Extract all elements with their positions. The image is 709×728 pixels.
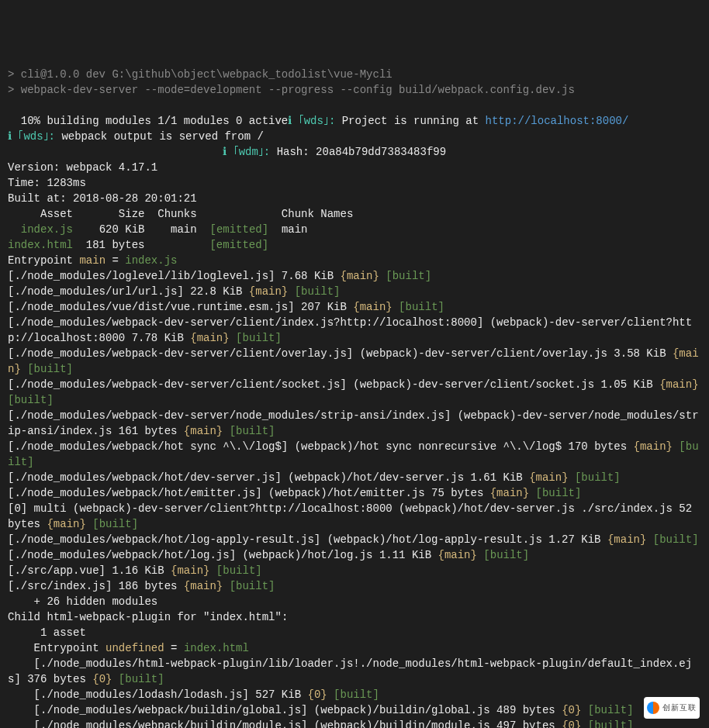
emitted: [emitted] <box>197 223 282 236</box>
module-built: [built] <box>646 533 698 546</box>
module-built: [built] <box>477 549 529 561</box>
entry-file: index.js <box>125 254 177 267</box>
built: 2018-08-28 20:01:21 <box>67 192 197 205</box>
module-built: [built] <box>223 425 275 437</box>
module-size: (webpack)/hot sync nonrecursive ^\.\/log… <box>288 440 633 453</box>
module-chunk: {0} <box>92 673 112 685</box>
module-chunk: {main} <box>529 471 568 484</box>
time-label: Time: <box>8 177 40 189</box>
module-chunk: {0} <box>562 704 581 716</box>
version-label: Version: <box>8 161 60 174</box>
module-size: 376 bytes <box>21 673 92 685</box>
asset-name: index.html <box>8 239 73 251</box>
module-chunk: {main} <box>340 270 379 282</box>
hash: Hash: 20a84b79dd7383483f99 <box>270 146 446 158</box>
asset-size: 620 KiB <box>73 223 171 236</box>
module-chunk: {main} <box>171 564 209 577</box>
prompt-line: > webpack-dev-server --mode=development … <box>8 84 575 96</box>
module-extra: multi (webpack)-dev-server/client?http:/… <box>34 502 673 515</box>
logo-icon <box>647 702 659 714</box>
entry-label: Entrypoint <box>8 254 79 267</box>
module-path: [./node_modules/webpack-dev-server/node_… <box>8 409 451 422</box>
watermark-logo: 创新互联 <box>644 697 700 719</box>
module-chunk: {main} <box>634 440 673 453</box>
module-path: [./node_modules/url/url.js] <box>8 285 184 298</box>
module-built: [built] <box>327 688 379 701</box>
module-built: [built] <box>112 673 164 685</box>
colon: : <box>282 611 288 623</box>
logo-text: 创新互联 <box>662 700 697 716</box>
module-built: [built] <box>223 580 275 592</box>
module-chunk: {main} <box>249 285 288 298</box>
asset-chunk: main <box>171 223 197 236</box>
child-entry-file: index.html <box>184 642 249 654</box>
module-path: [./node_modules/webpack/hot/dev-server.j… <box>8 471 282 484</box>
built-label: Built at: <box>8 192 67 205</box>
child-entry-name: undefined <box>105 642 164 654</box>
wds-tag: ℹ ｢wds｣: <box>8 130 55 143</box>
eq: = <box>164 642 184 654</box>
module-size: (webpack)-dev-server/client/overlay.js 3… <box>353 347 673 360</box>
asset-header: Asset Size Chunks Chunk Names <box>8 208 353 220</box>
module-size: (webpack)/hot/log.js 1.11 KiB <box>236 549 438 561</box>
module-size: 22.8 KiB <box>184 285 249 298</box>
chunk-name: main <box>282 223 308 236</box>
module-size: (webpack)/hot/log-apply-result.js 1.27 K… <box>320 533 607 546</box>
server-url: http://localhost:8000/ <box>486 115 629 127</box>
running-at: Project is running at <box>335 115 485 127</box>
child-name: html-webpack-plugin for "index.html" <box>47 611 281 623</box>
module-chunk: {main} <box>607 533 646 546</box>
module-chunk: {main} <box>659 378 698 391</box>
module-chunk: {main} <box>353 301 392 313</box>
module-size: 207 KiB <box>295 301 354 313</box>
terminal-output: > cli@1.0.0 dev G:\github\object\webpack… <box>8 67 701 728</box>
module-size: 1.16 KiB <box>105 564 171 577</box>
module-size: 7.68 KiB <box>275 270 340 282</box>
module-built: [built] <box>569 471 621 484</box>
time: 1283ms <box>40 177 86 189</box>
module-size: (webpack)-dev-server/client/socket.js 1.… <box>347 378 659 391</box>
module-chunk: {0} <box>562 719 581 728</box>
module-built: [built] <box>86 518 138 530</box>
module-size: (webpack)/buildin/module.js 497 bytes <box>307 719 562 728</box>
module-built: [built] <box>230 332 282 344</box>
module-path: [./node_modules/loglevel/lib/loglevel.js… <box>8 270 275 282</box>
module-path: [./node_modules/webpack-dev-server/clien… <box>8 378 347 391</box>
module-path: [./node_modules/webpack/buildin/module.j… <box>8 719 307 728</box>
module-path: [./src/index.js] <box>8 580 112 592</box>
module-path: [./src/app.vue] <box>8 564 105 577</box>
module-built: [built] <box>21 363 73 375</box>
module-size: 186 bytes <box>112 580 183 592</box>
wds-tag: ℹ ｢wds｣: <box>288 115 335 127</box>
module-size: (webpack)/buildin/global.js 489 bytes <box>307 704 562 716</box>
module-size: (webpack)/hot/dev-server.js 1.61 KiB <box>282 471 529 484</box>
module-chunk: {main} <box>184 580 223 592</box>
pad <box>8 146 223 158</box>
module-built: [built] <box>288 285 340 298</box>
module-built: [built] <box>581 719 633 728</box>
module-path: [./node_modules/webpack/hot/log-apply-re… <box>8 533 320 546</box>
served-from: webpack output is served from <box>55 130 257 143</box>
emitted: [emitted] <box>209 239 268 251</box>
module-path: [./node_modules/vue/dist/vue.runtime.esm… <box>8 301 295 313</box>
module-path: [0] <box>8 502 34 515</box>
child-entry-label: Entrypoint <box>8 642 105 654</box>
module-chunk: {main} <box>190 332 229 344</box>
asset-size: 181 bytes <box>73 239 209 251</box>
module-path: [./node_modules/webpack/hot/emitter.js] <box>8 487 262 499</box>
prompt-line: > cli@1.0.0 dev G:\github\object\webpack… <box>8 68 393 81</box>
child-label: Child <box>8 611 47 623</box>
module-path: [./node_modules/webpack-dev-server/clien… <box>8 347 353 360</box>
wdm-tag: ℹ ｢wdm｣: <box>223 146 270 158</box>
module-built: [built] <box>581 704 633 716</box>
module-path: [./node_modules/lodash/lodash.js] <box>8 688 249 701</box>
module-chunk: {0} <box>307 688 327 701</box>
module-chunk: {main} <box>490 487 529 499</box>
module-path: [./node_modules/webpack/buildin/global.j… <box>8 704 307 716</box>
module-built: [built] <box>209 564 261 577</box>
module-chunk: {main} <box>184 425 223 437</box>
entry-main: main <box>79 254 105 267</box>
child-asset: 1 asset <box>8 626 86 639</box>
module-size: 527 KiB <box>249 688 308 701</box>
slash: / <box>257 130 263 143</box>
